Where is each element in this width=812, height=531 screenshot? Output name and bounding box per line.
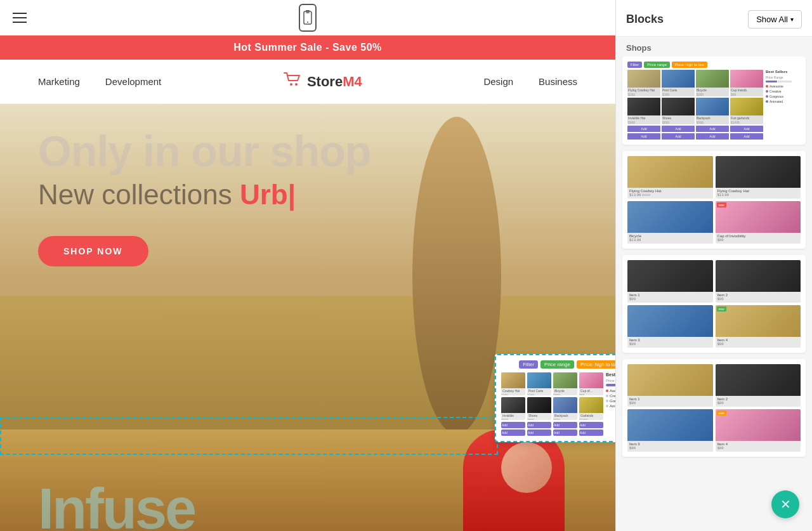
shop-preview-1: Filter Price range Price: high to low Fl… — [627, 62, 801, 140]
right-sidebar: Blocks Show All ▾ Shops Filter Price ran… — [615, 0, 812, 531]
preview-grid: Cowboy Hat $199 Pool Carts $199 Bicycle … — [501, 372, 603, 395]
preview-item-img-3 — [553, 372, 577, 388]
sg-item-1: Flying Cowboy Hat $199 — [627, 70, 660, 96]
sg2-item-1: Flying Cowboy Hat $13.99 $999 — [627, 156, 713, 199]
sg3-item-4: new Item 4 $99 — [716, 305, 801, 348]
nav-links-right: Design Business — [483, 76, 577, 87]
preview-item-4: Cup of... $99 — [579, 372, 603, 395]
phone-view-toggle[interactable] — [299, 4, 317, 32]
sg2-item-4: new Cap of Invisibility $99 — [716, 201, 801, 244]
show-all-arrow: ▾ — [790, 16, 794, 23]
sg2-item-3: Bicycle $13.99 — [627, 201, 713, 244]
sg2-item-2: Flying Cowboy Hat $13.99 — [716, 156, 801, 199]
sg-item-7: Backpack $999 — [696, 98, 729, 124]
shop-filter-panel-1: Best Sellers Price Range Awesome Cr — [766, 70, 801, 140]
block-card-3[interactable]: Item 1 $99 Item 2 $99 Item 3 $99 new Ite… — [622, 255, 806, 353]
site-nav: Marketing Development StoreM4 Design Bus… — [0, 60, 615, 104]
svg-point-2 — [307, 22, 308, 23]
sg3-item-1: Item 1 $99 — [627, 260, 713, 303]
preview-top-buttons: Filter Price range Price: high to low — [501, 360, 615, 369]
site-logo[interactable]: StoreM4 — [283, 72, 362, 91]
preview-item-img-7 — [553, 397, 577, 413]
preview-item-img-4 — [579, 372, 603, 388]
preview-grid-row2: Invisible $999 Shoes $699 Backpack $999 — [501, 397, 603, 420]
preview-add-buttons: Add Add Add Add — [501, 422, 603, 428]
show-all-button[interactable]: Show All ▾ — [748, 10, 802, 29]
sg4-item-2: Item 2 $99 — [716, 364, 801, 407]
svg-point-3 — [290, 83, 292, 86]
sidebar-scroll[interactable]: Filter Price range Price: high to low Fl… — [616, 56, 812, 531]
sidebar-header: Blocks Show All ▾ — [616, 0, 812, 37]
promo-banner: Hot Summer Sale - Save 50% — [0, 36, 615, 60]
sg-item-5: Invisible Hat $999 — [627, 98, 660, 124]
shop-grid-1-row1: Flying Cowboy Hat $199 Pool Carts $199 B… — [627, 70, 763, 96]
hamburger-menu[interactable] — [13, 13, 27, 23]
preview-item-img-2 — [527, 372, 551, 388]
nav-business[interactable]: Business — [539, 76, 577, 87]
shop-grid-1-row2: Invisible Hat $999 Shoes $699 Backpack — [627, 98, 763, 124]
logo-cart-icon — [283, 72, 302, 91]
shop-now-button[interactable]: SHOP NOW — [38, 236, 148, 266]
shop-preview-3: Item 1 $99 Item 2 $99 Item 3 $99 new Ite… — [627, 260, 801, 348]
preview-item-2: Pool Carts $199 — [527, 372, 551, 395]
preview-body: Cowboy Hat $199 Pool Carts $199 Bicycle … — [501, 372, 615, 436]
preview-item-5: Invisible $999 — [501, 397, 525, 420]
sg-item-6: Shoes $699 — [662, 98, 695, 124]
preview-sort-btn[interactable]: Price: high to low — [577, 360, 615, 369]
preview-item-img-5 — [501, 397, 525, 413]
block-card-1[interactable]: Filter Price range Price: high to low Fl… — [622, 56, 806, 145]
shop-preview-1-body: Flying Cowboy Hat $199 Pool Carts $199 B… — [627, 70, 801, 140]
shop-preview-4: Item 1 $99 Item 2 $99 Item 3 $99 sale It… — [627, 364, 801, 452]
preview-item-1: Cowboy Hat $199 — [501, 372, 525, 395]
hero-content: Only in our shop New collections Urb| SH… — [38, 129, 370, 266]
preview-add-buttons-2: Add Add Add Add — [501, 429, 603, 436]
preview-item-img-8 — [579, 397, 603, 413]
sg4-item-4: sale Item 4 $99 — [716, 409, 801, 452]
logo-text: StoreM4 — [307, 74, 362, 90]
preview-filter-panel: Best Sellers Price Range Awesome Creativ… — [606, 372, 615, 436]
hero-title: Only in our shop — [38, 129, 370, 173]
sg4-item-1: Item 1 $99 — [627, 364, 713, 407]
preview-item-3: Bicycle $399 — [553, 372, 577, 395]
nav-development[interactable]: Development — [105, 76, 161, 87]
hero-lower-head — [501, 442, 552, 493]
sg-add-row-1: Add Add Add Add — [627, 126, 763, 132]
svg-point-4 — [295, 83, 298, 86]
top-bar — [0, 0, 615, 36]
preview-item-6: Shoes $699 — [527, 397, 551, 420]
nav-marketing[interactable]: Marketing — [38, 76, 80, 87]
sg3-item-3: Item 3 $99 — [627, 305, 713, 348]
shop-grid-1-left: Flying Cowboy Hat $199 Pool Carts $199 B… — [627, 70, 763, 140]
preview-item-7: Backpack $999 — [553, 397, 577, 420]
main-canvas: Hot Summer Sale - Save 50% Marketing Dev… — [0, 0, 615, 531]
close-button[interactable]: ✕ — [771, 490, 799, 518]
nav-design[interactable]: Design — [483, 76, 513, 87]
preview-item-8: Garlands $1499 — [579, 397, 603, 420]
selection-box — [0, 417, 498, 455]
preview-item-img-6 — [527, 397, 551, 413]
preview-grid-area: Cowboy Hat $199 Pool Carts $199 Bicycle … — [501, 372, 603, 436]
preview-item-img-1 — [501, 372, 525, 388]
preview-filter-btn[interactable]: Filter — [519, 360, 538, 369]
sg3-item-2: Item 2 $99 — [716, 260, 801, 303]
sg-add-row-2: Add Add Add Add — [627, 133, 763, 140]
sg-item-8: Fun garlands $1499 — [730, 98, 763, 124]
shop-preview-2: Flying Cowboy Hat $13.99 $999 Flying Cow… — [627, 156, 801, 244]
phone-icon — [299, 4, 317, 32]
nav-links-left: Marketing Development — [38, 76, 161, 87]
block-card-2[interactable]: Flying Cowboy Hat $13.99 $999 Flying Cow… — [622, 151, 806, 249]
floating-shop-preview: Filter Price range Price: high to low Co… — [495, 354, 615, 442]
shop-preview-1-top: Filter Price range Price: high to low — [627, 62, 801, 68]
hero-lower-text: Infuse — [38, 480, 195, 531]
sg-item-3: Bicycle $399 — [696, 70, 729, 96]
sg4-item-3: Item 3 $99 — [627, 409, 713, 452]
hero-subtitle: New collections Urb| — [38, 179, 370, 211]
hero-section: Only in our shop New collections Urb| SH… — [0, 104, 615, 531]
preview-price-range-btn[interactable]: Price range — [540, 360, 574, 369]
sg-item-4: Cup Invisib. $99 — [730, 70, 763, 96]
sg-item-2: Pool Carts $199 — [662, 70, 695, 96]
sidebar-section-shops: Shops — [616, 37, 812, 56]
block-card-4[interactable]: Item 1 $99 Item 2 $99 Item 3 $99 sale It… — [622, 359, 806, 457]
sidebar-title: Blocks — [626, 13, 664, 26]
